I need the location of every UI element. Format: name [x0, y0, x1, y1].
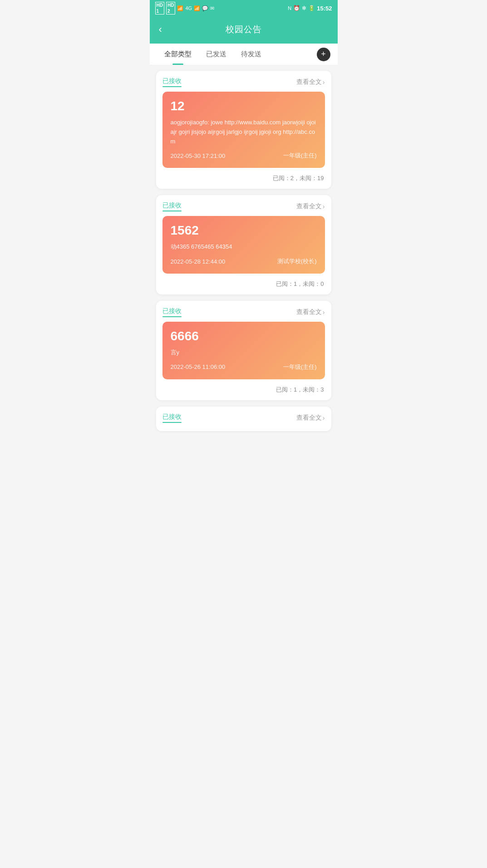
signal-4g2-icon: 4G: [185, 5, 192, 11]
tabs-bar: 全部类型 已发送 待发送 +: [150, 44, 338, 65]
hd1-icon: HD1: [155, 2, 164, 15]
tab-pending[interactable]: 待发送: [234, 44, 269, 65]
view-full-button-4[interactable]: 查看全文 ›: [296, 414, 325, 422]
wifi-icon: 📶: [194, 5, 200, 11]
announcement-card-3: 已接收 查看全文 › 6666 言y 2022-05-26 11:06:00 一…: [156, 301, 331, 400]
banner-sender-3: 一年级(主任): [283, 363, 317, 371]
announcement-card-2: 已接收 查看全文 › 1562 动4365 6765465 64354 2022…: [156, 195, 331, 294]
chevron-right-icon-4: ›: [323, 414, 325, 422]
status-right-icons: N ⏰ ✻ 🔋 15:52: [288, 5, 332, 12]
card-header-2: 已接收 查看全文 ›: [162, 201, 325, 211]
page-header: ‹ 校园公告: [150, 16, 338, 44]
view-full-button-1[interactable]: 查看全文 ›: [296, 78, 325, 86]
time-display: 15:52: [317, 5, 332, 12]
status-left-icons: HD1 HD2 📶 4G 📶 💬 ✉: [155, 2, 215, 15]
battery-icon: 🔋: [308, 5, 315, 11]
banner-sender-2: 测试学校(校长): [277, 257, 317, 265]
tab-all-types[interactable]: 全部类型: [157, 44, 199, 65]
banner-content-2: 动4365 6765465 64354: [171, 242, 317, 252]
hd2-icon: HD2: [166, 2, 175, 15]
card-header-3: 已接收 查看全文 ›: [162, 307, 325, 317]
banner-number-1: 12: [171, 99, 317, 113]
card-header-1: 已接收 查看全文 ›: [162, 77, 325, 87]
tab-sent[interactable]: 已发送: [199, 44, 234, 65]
announcement-card-1: 已接收 查看全文 › 12 aogjorojiaogfo: jowe http:…: [156, 71, 331, 189]
banner-datetime-1: 2022-05-30 17:21:00: [171, 152, 226, 159]
view-full-button-3[interactable]: 查看全文 ›: [296, 308, 325, 316]
status-bar: HD1 HD2 📶 4G 📶 💬 ✉ N ⏰ ✻ 🔋 15:52: [150, 0, 338, 16]
bluetooth-icon: ✻: [302, 5, 306, 11]
banner-number-2: 1562: [171, 223, 317, 238]
announcements-list: 已接收 查看全文 › 12 aogjorojiaogfo: jowe http:…: [150, 65, 338, 436]
add-announcement-button[interactable]: +: [317, 48, 330, 61]
banner-sender-1: 一年级(主任): [283, 152, 317, 160]
alarm-icon: ⏰: [293, 5, 300, 11]
page-title: 校园公告: [226, 24, 262, 35]
banner-number-3: 6666: [171, 329, 317, 343]
card-status-2: 已接收: [162, 201, 182, 211]
back-button[interactable]: ‹: [159, 24, 162, 35]
chevron-right-icon-2: ›: [323, 203, 325, 210]
card-status-3: 已接收: [162, 307, 182, 317]
wechat-icon: 💬: [202, 5, 208, 11]
banner-datetime-3: 2022-05-26 11:06:00: [171, 363, 226, 370]
banner-content-1: aogjorojiaogfo: jowe http://www.baidu.co…: [171, 118, 317, 146]
announcement-banner-3: 6666 言y 2022-05-26 11:06:00 一年级(主任): [162, 322, 325, 379]
announcement-banner-2: 1562 动4365 6765465 64354 2022-05-28 12:4…: [162, 216, 325, 274]
read-stats-1: 已阅：2，未阅：19: [162, 172, 325, 182]
message-icon: ✉: [210, 5, 214, 11]
read-stats-3: 已阅：1，未阅：3: [162, 384, 325, 394]
announcement-banner-1: 12 aogjorojiaogfo: jowe http://www.baidu…: [162, 92, 325, 168]
signal-4g-icon: 📶: [177, 5, 183, 11]
chevron-right-icon-1: ›: [323, 78, 325, 86]
chevron-right-icon-3: ›: [323, 309, 325, 316]
banner-content-3: 言y: [171, 348, 317, 358]
announcement-card-4: 已接收 查看全文 ›: [156, 407, 331, 431]
banner-footer-3: 2022-05-26 11:06:00 一年级(主任): [171, 363, 317, 371]
read-stats-2: 已阅：1，未阅：0: [162, 278, 325, 288]
banner-footer-1: 2022-05-30 17:21:00 一年级(主任): [171, 152, 317, 160]
banner-datetime-2: 2022-05-28 12:44:00: [171, 258, 226, 265]
view-full-button-2[interactable]: 查看全文 ›: [296, 202, 325, 211]
card-header-4: 已接收 查看全文 ›: [162, 413, 325, 423]
card-status-4: 已接收: [162, 413, 182, 423]
banner-footer-2: 2022-05-28 12:44:00 测试学校(校长): [171, 257, 317, 265]
nfc-icon: N: [288, 5, 291, 11]
card-status-1: 已接收: [162, 77, 182, 87]
